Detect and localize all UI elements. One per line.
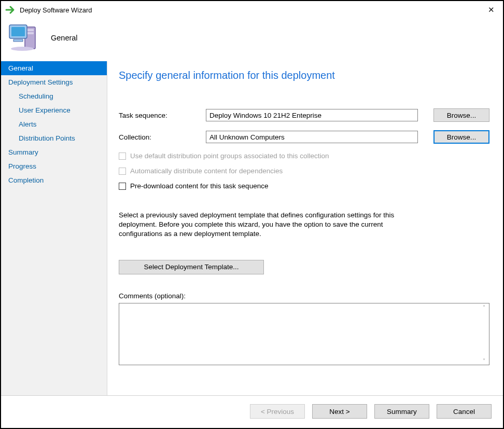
wizard-arrow-icon — [5, 4, 17, 16]
computer-icon — [8, 24, 39, 52]
page-heading: Specify general information for this dep… — [119, 70, 489, 81]
cb-predownload-label: Pre-download content for this task seque… — [130, 182, 268, 190]
nav-item-progress[interactable]: Progress — [1, 159, 107, 173]
browse-task-sequence-button[interactable]: Browse... — [433, 108, 489, 122]
nav-item-user-experience[interactable]: User Experience — [1, 103, 107, 117]
nav-item-completion[interactable]: Completion — [1, 173, 107, 187]
task-sequence-row: Task sequence: Browse... — [119, 108, 489, 122]
wizard-main-panel: Specify general information for this dep… — [107, 61, 503, 395]
nav-item-label: Deployment Settings — [8, 78, 73, 86]
cb-use-default-label: Use default distribution point groups as… — [130, 152, 329, 160]
nav-item-label: Summary — [8, 148, 38, 156]
window-title: Deploy Software Wizard — [20, 6, 92, 14]
cb-auto-distribute-content — [119, 168, 126, 175]
next-button[interactable]: Next > — [312, 404, 367, 419]
nav-item-label: Alerts — [19, 120, 37, 128]
task-sequence-label: Task sequence: — [119, 112, 206, 119]
scroll-up-icon[interactable]: ˄ — [480, 305, 488, 310]
scrollbar-icon[interactable]: ˄ ˅ — [480, 305, 488, 364]
close-icon[interactable]: ✕ — [479, 1, 503, 19]
cb-auto-distribute-row: Automatically distribute content for dep… — [119, 167, 489, 175]
nav-item-label: Progress — [8, 162, 36, 170]
nav-item-general[interactable]: General — [1, 61, 107, 75]
header-section-name: General — [51, 34, 78, 42]
cb-predownload-row: Pre-download content for this task seque… — [119, 182, 489, 190]
nav-item-label: Scheduling — [19, 92, 53, 100]
nav-item-label: User Experience — [19, 106, 71, 114]
wizard-header: General — [1, 19, 503, 61]
nav-item-summary[interactable]: Summary — [1, 145, 107, 159]
nav-item-distribution-points[interactable]: Distribution Points — [1, 131, 107, 145]
comments-label: Comments (optional): — [119, 292, 489, 300]
wizard-footer: < Previous Next > Summary Cancel — [1, 396, 503, 428]
cb-use-default-dp-groups — [119, 153, 126, 160]
svg-rect-5 — [13, 39, 23, 41]
collection-input[interactable] — [206, 131, 418, 143]
scroll-down-icon[interactable]: ˅ — [480, 358, 488, 364]
svg-rect-1 — [26, 29, 34, 31]
cb-predownload-content[interactable] — [119, 183, 126, 190]
template-explanation: Select a previously saved deployment tem… — [119, 211, 399, 239]
nav-item-label: Distribution Points — [19, 134, 75, 142]
wizard-nav-sidebar: General Deployment Settings Scheduling U… — [1, 61, 107, 395]
svg-point-6 — [11, 47, 34, 51]
previous-button: < Previous — [250, 404, 305, 419]
cb-auto-distribute-label: Automatically distribute content for dep… — [130, 167, 283, 175]
comments-box: ˄ ˅ — [119, 303, 489, 365]
comments-textarea[interactable] — [119, 303, 480, 365]
nav-item-label: General — [8, 64, 33, 72]
cancel-button[interactable]: Cancel — [437, 404, 492, 419]
collection-label: Collection: — [119, 133, 206, 141]
svg-rect-4 — [11, 27, 25, 36]
nav-item-scheduling[interactable]: Scheduling — [1, 89, 107, 103]
summary-button[interactable]: Summary — [374, 404, 429, 419]
browse-collection-button[interactable]: Browse... — [433, 130, 489, 144]
titlebar: Deploy Software Wizard ✕ — [1, 1, 503, 19]
nav-item-deployment-settings[interactable]: Deployment Settings — [1, 75, 107, 89]
task-sequence-input[interactable] — [206, 109, 418, 121]
collection-row: Collection: Browse... — [119, 130, 489, 144]
cb-use-default-row: Use default distribution point groups as… — [119, 152, 489, 160]
nav-item-alerts[interactable]: Alerts — [1, 117, 107, 131]
select-deployment-template-button[interactable]: Select Deployment Template... — [119, 260, 264, 274]
nav-item-label: Completion — [8, 176, 44, 184]
svg-rect-2 — [26, 32, 34, 34]
